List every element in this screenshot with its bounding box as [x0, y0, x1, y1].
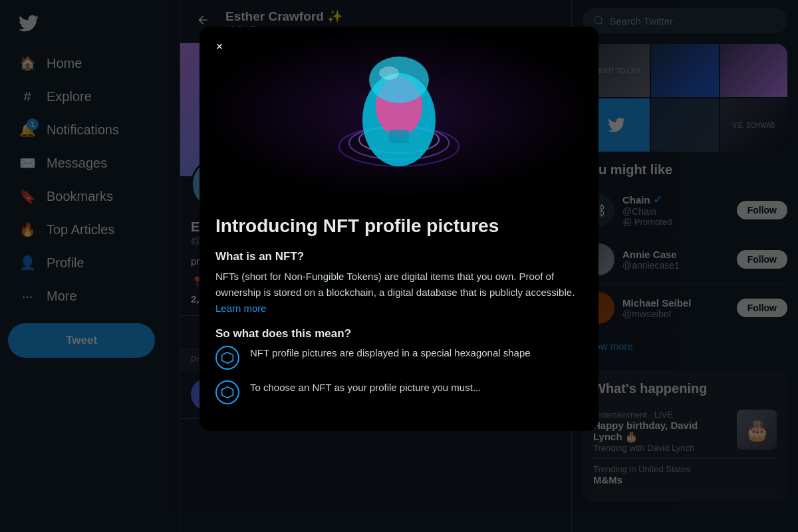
modal-title: Introducing NFT profile pictures — [215, 215, 583, 237]
svg-rect-7 — [389, 130, 409, 143]
modal-body: Introducing NFT profile pictures What is… — [200, 200, 598, 431]
modal-overlay[interactable]: × Introducing NFT profile pictures — [0, 0, 798, 532]
svg-point-6 — [379, 66, 399, 80]
modal-section1-text: NFTs (short for Non-Fungible Tokens) are… — [215, 269, 583, 317]
modal-image: × — [200, 27, 598, 200]
svg-marker-9 — [222, 387, 233, 398]
modal-point-2: To choose an NFT as your profile picture… — [215, 380, 583, 404]
modal-point-1: NFT profile pictures are displayed in a … — [215, 346, 583, 370]
svg-point-5 — [369, 57, 429, 103]
learn-more-link[interactable]: Learn more — [215, 303, 267, 314]
modal-section1-title: What is an NFT? — [215, 250, 583, 263]
modal-point-text-1: NFT profile pictures are displayed in a … — [250, 346, 531, 361]
modal-point-text-2: To choose an NFT as your profile picture… — [250, 380, 481, 396]
close-button[interactable]: × — [207, 35, 231, 59]
hexagon-icon-1 — [215, 346, 239, 370]
svg-marker-8 — [222, 352, 233, 364]
nft-modal: × Introducing NFT profile pictures — [200, 27, 598, 431]
modal-section2-title: So what does this mean? — [215, 327, 583, 340]
nft-art — [326, 27, 472, 200]
hexagon-icon-2 — [215, 380, 239, 404]
